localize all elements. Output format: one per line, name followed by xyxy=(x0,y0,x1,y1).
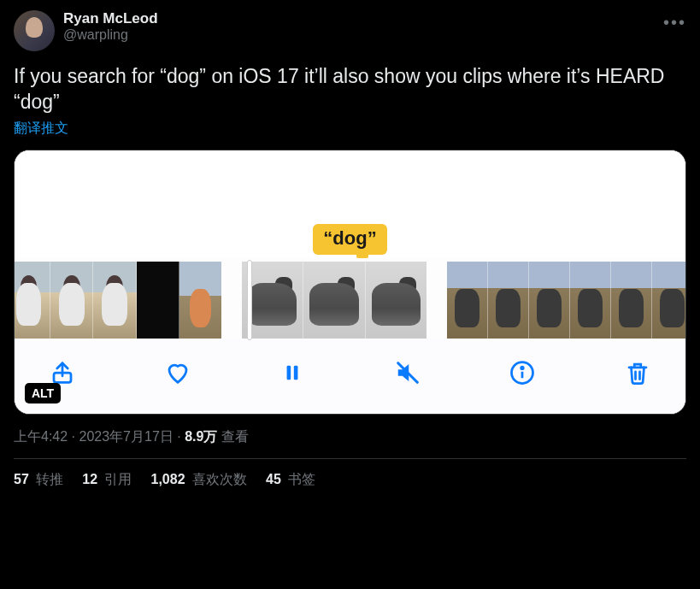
view-count: 8.9万 xyxy=(185,429,217,444)
translate-link[interactable]: 翻译推文 xyxy=(14,120,68,138)
likes-stat[interactable]: 1,082 喜欢次数 xyxy=(151,471,248,489)
search-term-row: “dog” xyxy=(15,224,685,258)
match-marker xyxy=(356,253,368,258)
retweets-stat[interactable]: 57 转推 xyxy=(14,471,63,489)
clip-group-1[interactable] xyxy=(14,262,221,339)
playhead[interactable] xyxy=(247,260,252,340)
quotes-stat[interactable]: 12 引用 xyxy=(82,471,132,489)
thumbnail xyxy=(50,262,93,339)
media-whitespace xyxy=(15,150,685,224)
thumbnail xyxy=(652,262,686,339)
thumbnail xyxy=(570,262,611,339)
thumbnail xyxy=(14,262,50,339)
alt-badge[interactable]: ALT xyxy=(25,383,61,403)
tweet-time[interactable]: 上午4:42 xyxy=(14,429,68,444)
bookmarks-stat[interactable]: 45 书签 xyxy=(266,471,315,489)
view-label: 查看 xyxy=(217,429,248,444)
author-block[interactable]: Ryan McLeod @warpling xyxy=(63,10,158,43)
clip-group-3[interactable] xyxy=(447,262,686,339)
thumbnail xyxy=(488,262,529,339)
thumbnail xyxy=(529,262,570,339)
tweet-text: If you search for “dog” on iOS 17 it’ll … xyxy=(14,63,686,115)
svg-point-6 xyxy=(521,367,524,369)
display-name: Ryan McLeod xyxy=(63,10,158,27)
heart-icon[interactable] xyxy=(162,357,193,388)
stats-row: 57 转推 12 引用 1,082 喜欢次数 45 书签 xyxy=(14,471,686,489)
tweet-meta: 上午4:42 · 2023年7月17日 · 8.9万 查看 xyxy=(14,428,686,446)
thumbnail xyxy=(366,262,426,339)
pause-icon[interactable] xyxy=(277,357,308,388)
thumbnail xyxy=(447,262,488,339)
clip-group-2[interactable] xyxy=(242,262,426,339)
avatar[interactable] xyxy=(14,10,55,51)
divider xyxy=(14,458,686,459)
thumbnail xyxy=(303,262,365,339)
tweet-header: Ryan McLeod @warpling ••• xyxy=(14,10,686,51)
tweet: Ryan McLeod @warpling ••• If you search … xyxy=(0,0,700,499)
video-timeline[interactable] xyxy=(15,258,685,339)
info-icon[interactable] xyxy=(507,357,538,388)
thumbnail xyxy=(137,262,179,339)
trash-icon[interactable] xyxy=(622,357,653,388)
search-term-label: “dog” xyxy=(313,224,386,255)
thumbnail xyxy=(611,262,652,339)
svg-rect-1 xyxy=(287,366,291,380)
svg-rect-2 xyxy=(294,366,298,380)
tweet-date[interactable]: 2023年7月17日 xyxy=(79,429,173,444)
handle: @warpling xyxy=(63,27,158,43)
media-card[interactable]: “dog” xyxy=(14,150,686,415)
thumbnail xyxy=(93,262,136,339)
more-icon[interactable]: ••• xyxy=(663,10,686,31)
media-toolbar xyxy=(15,339,685,414)
mute-icon[interactable] xyxy=(392,357,423,388)
thumbnail xyxy=(179,262,221,339)
